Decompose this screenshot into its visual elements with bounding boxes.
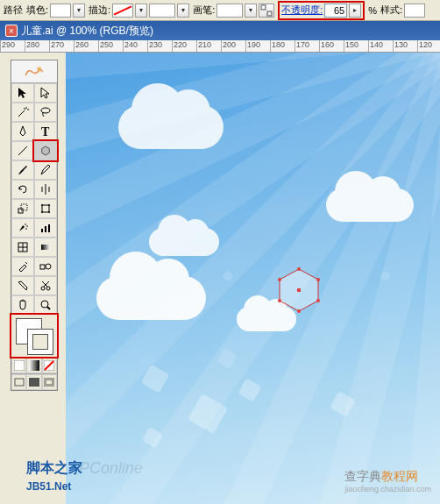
color-mode-gradient[interactable] (26, 358, 41, 373)
cloud-shape (326, 188, 414, 222)
svg-rect-8 (21, 204, 27, 210)
svg-rect-34 (15, 379, 24, 386)
color-mode-none[interactable] (42, 358, 57, 373)
svg-point-41 (316, 299, 320, 302)
fill-stroke-swatches[interactable] (11, 315, 57, 357)
fill-dropdown[interactable]: ▾ (73, 4, 85, 18)
ruler-tick: 120 (417, 40, 440, 53)
watermark-chazidian: 查字典教程网 jiaocheng.chazidian.com (344, 469, 431, 493)
slice-tool[interactable] (11, 276, 34, 295)
ruler-tick: 160 (319, 40, 344, 53)
hexagon-selection[interactable] (274, 267, 323, 315)
brush-options-icon[interactable] (259, 4, 274, 18)
lasso-tool[interactable] (34, 103, 57, 122)
stroke-weight-dropdown[interactable]: ▾ (177, 4, 189, 18)
opacity-stepper[interactable]: ▸ (349, 4, 361, 18)
opacity-label: 不透明度: (281, 4, 323, 17)
opacity-unit: % (368, 5, 377, 16)
main-area (0, 53, 440, 504)
direct-selection-tool[interactable] (34, 83, 57, 103)
svg-point-13 (48, 211, 50, 213)
ruler-tick: 230 (147, 40, 172, 53)
svg-rect-18 (45, 226, 46, 232)
paintbrush-tool[interactable] (11, 160, 34, 180)
mesh-tool[interactable] (11, 238, 34, 257)
ruler-tick: 190 (245, 40, 270, 53)
scale-tool[interactable] (11, 199, 34, 218)
ruler-tick: 200 (221, 40, 245, 53)
color-mode-solid[interactable] (11, 358, 26, 373)
stroke-dropdown[interactable]: ▾ (135, 4, 147, 18)
opacity-highlight: 不透明度: ▸ (278, 1, 365, 20)
stroke-color-swatch[interactable] (27, 329, 53, 355)
svg-point-28 (41, 301, 48, 308)
magic-wand-tool[interactable] (11, 103, 34, 122)
svg-point-14 (25, 224, 26, 225)
svg-point-27 (46, 287, 50, 290)
svg-point-16 (25, 228, 27, 230)
canvas[interactable] (66, 53, 440, 504)
zoom-tool[interactable] (34, 295, 57, 315)
ruler-tick: 270 (49, 40, 74, 53)
svg-rect-1 (267, 11, 272, 16)
ruler-tick: 260 (74, 40, 98, 53)
pen-tool[interactable] (11, 122, 34, 141)
watermark-pconline: PConline (79, 459, 143, 478)
rotate-tool[interactable] (11, 180, 34, 199)
svg-point-39 (297, 267, 301, 271)
svg-point-2 (37, 67, 41, 71)
brush-group: 画笔: ▾ (193, 4, 274, 18)
type-tool[interactable]: T (34, 122, 57, 141)
fill-swatch[interactable] (50, 4, 71, 18)
svg-rect-19 (48, 224, 50, 232)
ruler-tick: 240 (123, 40, 147, 53)
screen-mode-full[interactable] (26, 374, 41, 390)
polygon-tool[interactable] (34, 141, 57, 160)
svg-line-29 (47, 307, 50, 309)
options-toolbar: 路径 填色: ▾ 描边: ▾ ▾ 画笔: ▾ 不透明度: ▸ % 样式: (0, 0, 440, 21)
ruler-tick: 250 (98, 40, 123, 53)
stroke-weight[interactable] (149, 4, 175, 18)
opacity-input[interactable] (324, 4, 347, 18)
tool-panel-header[interactable] (11, 60, 57, 83)
screen-mode-toggle[interactable] (42, 374, 57, 390)
hand-tool[interactable] (11, 295, 34, 315)
ruler-tick: 180 (270, 40, 295, 53)
svg-point-11 (48, 204, 50, 206)
ruler-tick: 220 (172, 40, 196, 53)
style-swatch[interactable] (404, 4, 425, 18)
svg-point-43 (278, 299, 281, 302)
gradient-tool[interactable] (34, 238, 57, 257)
pencil-tool[interactable] (34, 160, 57, 180)
color-mode-row (11, 357, 57, 373)
brush-swatch[interactable] (216, 4, 243, 18)
line-tool[interactable] (11, 141, 34, 160)
screen-mode-normal[interactable] (11, 374, 26, 390)
document-tab: × 儿童.ai @ 100% (RGB/预览) (0, 21, 440, 40)
ruler-tick: 280 (25, 40, 49, 53)
brush-dropdown[interactable]: ▾ (245, 4, 257, 18)
reflect-tool[interactable] (34, 180, 57, 199)
svg-line-5 (18, 146, 27, 155)
stroke-swatch[interactable] (112, 4, 133, 18)
graph-tool[interactable] (34, 218, 57, 238)
blend-tool[interactable] (34, 257, 57, 276)
ruler-horizontal: 2902802702602502402302202102001901801701… (0, 40, 440, 53)
stroke-label: 描边: (89, 4, 110, 17)
svg-point-40 (316, 278, 320, 281)
symbol-sprayer-tool[interactable] (11, 218, 34, 238)
svg-rect-31 (29, 360, 39, 371)
ruler-tick: 140 (368, 40, 393, 53)
cloud-shape (96, 276, 206, 320)
svg-marker-6 (42, 146, 50, 155)
scissors-tool[interactable] (34, 276, 57, 295)
style-label: 样式: (380, 4, 402, 17)
cloud-shape (149, 228, 219, 256)
free-transform-tool[interactable] (34, 199, 57, 218)
svg-rect-24 (40, 265, 45, 269)
eyedropper-tool[interactable] (11, 257, 34, 276)
svg-point-15 (26, 225, 28, 227)
ruler-tick: 170 (295, 40, 319, 53)
selection-tool[interactable] (11, 83, 34, 103)
close-icon[interactable]: × (5, 25, 18, 37)
